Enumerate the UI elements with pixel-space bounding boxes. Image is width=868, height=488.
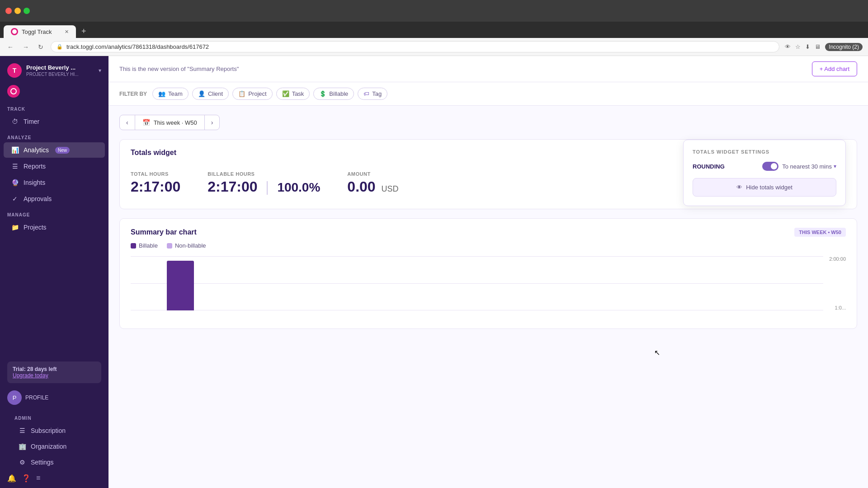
- reports-icon: ☰: [11, 162, 19, 170]
- window-maximize-btn[interactable]: [24, 8, 30, 14]
- totals-widget: Totals widget THIS WEEK • W50 ▾ ⋮ TOTAL …: [119, 139, 857, 209]
- chart-area: 2:00:00 1:0...: [131, 256, 846, 319]
- hide-widget-btn[interactable]: 👁 Hide totals widget: [693, 178, 836, 197]
- task-icon: ✅: [282, 90, 289, 97]
- help-icon[interactable]: ❓: [22, 474, 31, 483]
- nonbillable-legend-label: Non-billable: [175, 242, 206, 249]
- chart-title: Summary bar chart: [131, 228, 197, 236]
- amount-label: AMOUNT: [347, 171, 398, 177]
- chart-grid: [131, 256, 823, 310]
- insights-label: Insights: [24, 179, 45, 186]
- chart-bars: [167, 261, 194, 310]
- back-btn[interactable]: ←: [5, 42, 15, 52]
- collapse-icon[interactable]: ≡: [36, 474, 40, 483]
- bar-mon: [167, 261, 194, 310]
- settings-label: Settings: [31, 459, 54, 466]
- content-area: ‹ 📅 This week · W50 › Totals widget THIS…: [108, 106, 868, 338]
- lock-icon: 🔒: [57, 44, 63, 50]
- url-bar[interactable]: 🔒 track.toggl.com/analytics/7861318/dash…: [51, 41, 779, 52]
- timer-label: Timer: [24, 118, 39, 125]
- filter-client-label: Client: [208, 90, 223, 97]
- sidebar-item-analytics[interactable]: 📊 Analytics New: [4, 142, 105, 158]
- filter-chip-billable[interactable]: 💲 Billable: [313, 88, 354, 100]
- forward-btn[interactable]: →: [21, 42, 31, 52]
- sidebar-header[interactable]: T Project Beverly ... PROJECT BEVERLY HI…: [0, 56, 108, 83]
- hide-icon: 👁: [736, 184, 742, 191]
- project-icon: 📋: [238, 90, 245, 97]
- billable-hours-value: 2:17:00 100.0%: [208, 178, 320, 195]
- total-hours-col: TOTAL HOURS 2:17:00: [131, 171, 180, 195]
- window-minimize-btn[interactable]: [14, 8, 21, 14]
- active-tab[interactable]: Toggl Track ✕: [4, 25, 76, 38]
- rounding-row: ROUNDING To nearest 30 mins ▾: [693, 162, 836, 171]
- amount-value: 0.00 USD: [347, 178, 398, 195]
- filter-chip-project[interactable]: 📋 Project: [232, 88, 272, 100]
- sidebar-item-reports[interactable]: ☰ Reports: [4, 159, 105, 174]
- settings-icon: ⚙: [18, 458, 26, 466]
- window-controls[interactable]: [5, 8, 30, 14]
- download-icon: ⬇: [805, 43, 810, 50]
- sidebar-logo: T: [7, 63, 22, 78]
- date-nav[interactable]: ‹ 📅 This week · W50 ›: [119, 115, 220, 130]
- manage-section-label: MANAGE: [0, 207, 108, 219]
- client-icon: 👤: [198, 90, 205, 97]
- sidebar-project-name: Project Beverly ...: [26, 64, 79, 72]
- eye-slash-icon: 👁: [785, 43, 791, 50]
- main-content: This is the new version of "Summary Repo…: [108, 56, 868, 488]
- sidebar-item-organization[interactable]: 🏢 Organization: [11, 439, 98, 454]
- insights-icon: 🔮: [11, 178, 19, 187]
- subscription-icon: ☰: [18, 427, 26, 435]
- notification-icon[interactable]: 🔔: [7, 474, 16, 483]
- toggl-logo-row: [0, 83, 108, 101]
- refresh-btn[interactable]: ↻: [36, 42, 45, 52]
- grid-label-top: 2:00:00: [829, 256, 846, 262]
- top-bar: This is the new version of "Summary Repo…: [108, 56, 868, 82]
- billable-dot: [131, 243, 136, 249]
- rounding-toggle[interactable]: [762, 162, 778, 171]
- chart-legend: Billable Non-billable: [131, 242, 846, 249]
- team-icon: 👥: [158, 90, 165, 97]
- filter-chip-task[interactable]: ✅ Task: [276, 88, 310, 100]
- grid-line-bottom: [131, 310, 823, 310]
- rounding-controls: To nearest 30 mins ▾: [762, 162, 836, 171]
- sidebar-item-approvals[interactable]: ✓ Approvals: [4, 191, 105, 206]
- filter-bar: FILTER BY 👥 Team 👤 Client 📋 Project ✅ Ta…: [108, 82, 868, 106]
- settings-panel-title: TOTALS WIDGET SETTINGS: [693, 149, 836, 155]
- total-hours-label: TOTAL HOURS: [131, 171, 180, 177]
- filter-task-label: Task: [292, 90, 304, 97]
- sidebar-item-timer[interactable]: ⏱ Timer: [4, 114, 105, 129]
- sidebar-item-projects[interactable]: 📁 Projects: [4, 220, 105, 235]
- filter-project-label: Project: [248, 90, 266, 97]
- star-icon: ☆: [795, 43, 801, 50]
- window-close-btn[interactable]: [5, 8, 12, 14]
- date-next-btn[interactable]: ›: [205, 115, 220, 130]
- filter-chip-team[interactable]: 👥 Team: [152, 88, 189, 100]
- rounding-select[interactable]: To nearest 30 mins ▾: [782, 163, 836, 170]
- new-tab-btn[interactable]: +: [78, 25, 90, 38]
- sidebar: T Project Beverly ... PROJECT BEVERLY HI…: [0, 56, 108, 488]
- trial-box: Trial: 28 days left Upgrade today: [7, 361, 101, 383]
- sidebar-item-insights[interactable]: 🔮 Insights: [4, 175, 105, 190]
- sidebar-item-settings[interactable]: ⚙ Settings: [11, 455, 98, 470]
- date-prev-btn[interactable]: ‹: [120, 115, 135, 130]
- tab-close-btn[interactable]: ✕: [65, 29, 69, 35]
- timer-icon: ⏱: [11, 117, 19, 126]
- filter-chip-client[interactable]: 👤 Client: [192, 88, 229, 100]
- approvals-label: Approvals: [24, 195, 52, 202]
- currency-label: USD: [382, 184, 399, 193]
- sidebar-item-subscription[interactable]: ☰ Subscription: [11, 423, 98, 438]
- analytics-label: Analytics: [24, 146, 49, 154]
- sidebar-bottom-icons: 🔔 ❓ ≡: [7, 470, 101, 483]
- grid-line-top: [131, 256, 823, 257]
- upgrade-link[interactable]: Upgrade today: [13, 372, 96, 379]
- filter-chip-tag[interactable]: 🏷 Tag: [358, 88, 387, 100]
- billable-icon: 💲: [319, 90, 326, 97]
- add-chart-btn[interactable]: + Add chart: [812, 61, 857, 76]
- chart-grid-labels: 2:00:00 1:0...: [829, 256, 846, 310]
- tab-title: Toggl Track: [22, 28, 52, 35]
- billable-legend-label: Billable: [139, 242, 158, 249]
- calendar-icon: 📅: [142, 119, 150, 126]
- filter-by-label: FILTER BY: [119, 91, 147, 97]
- subscription-label: Subscription: [31, 427, 66, 434]
- chart-week-badge: THIS WEEK • W50: [794, 228, 846, 237]
